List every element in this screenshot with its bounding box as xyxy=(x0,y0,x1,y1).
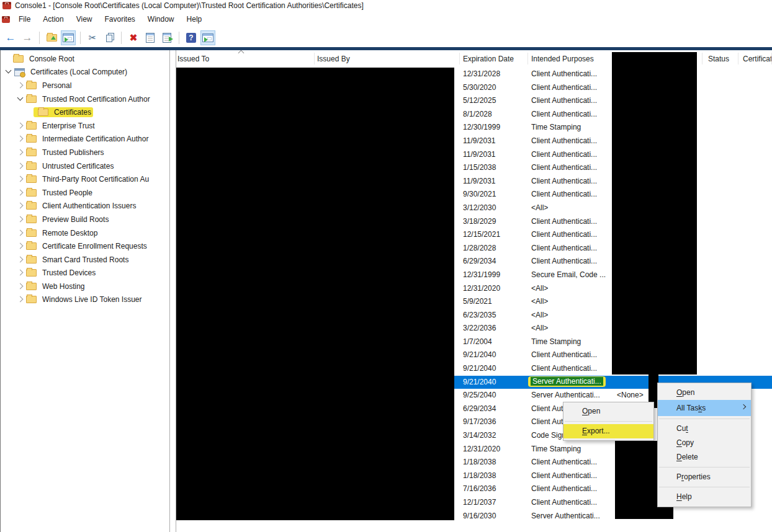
chevron-collapsed-icon[interactable] xyxy=(16,229,25,237)
column-separator[interactable] xyxy=(527,53,528,64)
cell-intended-purposes: Time Stamping xyxy=(531,123,611,131)
tree-item-intermediate-certification-author[interactable]: Intermediate Certification Author xyxy=(1,133,169,146)
column-header-certificate-template[interactable]: Certificat xyxy=(743,55,772,63)
column-header-issued-by[interactable]: Issued By xyxy=(317,55,350,63)
chevron-collapsed-icon[interactable] xyxy=(16,188,25,197)
context-menu-item-copy[interactable]: Copy xyxy=(658,436,751,450)
cell-expiration-date: 3/14/2032 xyxy=(463,431,496,440)
tree-item-web-hosting[interactable]: Web Hosting xyxy=(1,280,169,293)
folder-icon xyxy=(26,135,37,143)
chevron-collapsed-icon[interactable] xyxy=(16,255,25,264)
column-separator[interactable] xyxy=(702,53,702,64)
menu-file[interactable]: File xyxy=(12,12,37,26)
tree-item-label: Intermediate Certification Author xyxy=(40,134,150,144)
context-menu-item-properties[interactable]: Properties xyxy=(658,470,751,484)
chevron-expanded-icon[interactable] xyxy=(16,95,25,104)
menu-window[interactable]: Window xyxy=(141,12,181,26)
tree-item-label: Trusted Publishers xyxy=(40,148,106,157)
menu-action[interactable]: Action xyxy=(37,12,70,26)
tree-item-client-authentication-issuers[interactable]: Client Authentication Issuers xyxy=(1,200,169,213)
context-menu-item-cut[interactable]: Cut xyxy=(658,422,751,436)
chevron-collapsed-icon[interactable] xyxy=(16,215,25,224)
console-tree-pane: Console RootCertificates (Local Computer… xyxy=(1,50,170,532)
tree-item-remote-desktop[interactable]: Remote Desktop xyxy=(1,226,169,240)
export-list-button[interactable] xyxy=(159,30,174,45)
tree-item-certificates-local-computer-[interactable]: Certificates (Local Computer) xyxy=(1,66,169,79)
cell-intended-purposes: Client Authenticati... xyxy=(531,190,611,198)
tree-item-label: Certificates (Local Computer) xyxy=(29,67,129,77)
help-button[interactable]: ? xyxy=(184,30,199,45)
tree-item-enterprise-trust[interactable]: Enterprise Trust xyxy=(1,119,169,133)
column-header-issued-to[interactable]: Issued To xyxy=(177,55,209,63)
column-separator[interactable] xyxy=(738,53,738,64)
delete-button[interactable]: ✖ xyxy=(126,30,141,45)
column-header-intended-purposes[interactable]: Intended Purposes xyxy=(531,55,594,63)
context-menu-item-open[interactable]: Open xyxy=(658,386,751,400)
tree-item-console-root[interactable]: Console Root xyxy=(1,52,169,66)
cell-intended-purposes: Client Authenticati... xyxy=(531,471,611,480)
folder-icon xyxy=(26,162,37,170)
cell-expiration-date: 9/21/2040 xyxy=(463,364,496,373)
menu-favorites[interactable]: Favorites xyxy=(99,12,141,26)
chevron-collapsed-icon[interactable] xyxy=(16,81,25,90)
folder-icon xyxy=(38,109,48,116)
properties-button[interactable] xyxy=(143,30,158,45)
column-separator[interactable] xyxy=(459,53,460,64)
tree-item-trusted-people[interactable]: Trusted People xyxy=(1,186,169,200)
context-menu-item-help[interactable]: Help xyxy=(658,490,751,504)
chevron-collapsed-icon[interactable] xyxy=(16,148,25,157)
toolbar-separator xyxy=(179,32,179,44)
menu-help[interactable]: Help xyxy=(181,12,209,26)
copy-button[interactable] xyxy=(102,30,117,45)
forward-button[interactable]: → xyxy=(20,30,35,45)
tree-item-trusted-devices[interactable]: Trusted Devices xyxy=(1,267,169,280)
up-one-level-button[interactable] xyxy=(44,30,59,45)
cell-intended-purposes: Client Authenticati... xyxy=(531,257,611,265)
redaction-box-issued-columns xyxy=(176,68,454,520)
chevron-collapsed-icon[interactable] xyxy=(16,122,25,130)
tree-item-label: Smart Card Trusted Roots xyxy=(40,255,130,265)
cell-expiration-date: 9/17/2036 xyxy=(463,417,496,426)
cell-expiration-date: 9/21/2040 xyxy=(463,350,496,359)
chevron-collapsed-icon[interactable] xyxy=(16,268,25,277)
redaction-box-friendly-name-column xyxy=(612,52,697,375)
folder-icon xyxy=(26,283,37,290)
submenu-item-export[interactable]: Export... xyxy=(563,424,653,438)
tree-item-third-party-root-certification-au[interactable]: Third-Party Root Certification Au xyxy=(1,172,169,186)
chevron-expanded-icon[interactable] xyxy=(4,68,13,76)
column-separator[interactable] xyxy=(314,53,315,64)
tree-item-preview-build-roots[interactable]: Preview Build Roots xyxy=(1,213,169,226)
tree-item-trusted-root-certification-author[interactable]: Trusted Root Certification Author xyxy=(1,92,169,106)
chevron-collapsed-icon[interactable] xyxy=(16,202,25,210)
chevron-collapsed-icon[interactable] xyxy=(16,295,25,304)
chevron-collapsed-icon[interactable] xyxy=(16,242,25,250)
show-hide-action-pane-button[interactable] xyxy=(200,30,215,45)
tree-item-untrusted-certificates[interactable]: Untrusted Certificates xyxy=(1,159,169,173)
tree-item-certificates[interactable]: Certificates xyxy=(1,105,169,119)
chevron-collapsed-icon[interactable] xyxy=(16,175,25,184)
context-menu-item-all-tasks[interactable]: All Tasks xyxy=(658,400,751,416)
menu-view[interactable]: View xyxy=(70,12,99,26)
tree-item-label: Client Authentication Issuers xyxy=(40,201,138,211)
column-header-expiration-date[interactable]: Expiration Date xyxy=(463,55,514,63)
tree-item-windows-live-id-token-issuer[interactable]: Windows Live ID Token Issuer xyxy=(1,293,169,307)
tree-item-smart-card-trusted-roots[interactable]: Smart Card Trusted Roots xyxy=(1,253,169,267)
submenu-item-open[interactable]: Open xyxy=(563,404,653,419)
cell-intended-purposes: Client Authenticati... xyxy=(531,136,611,145)
toolbar-separator xyxy=(121,32,122,44)
tree-item-trusted-publishers[interactable]: Trusted Publishers xyxy=(1,146,169,159)
tree-item-personal[interactable]: Personal xyxy=(1,79,169,92)
tree-item-label: Personal xyxy=(40,81,73,91)
chevron-collapsed-icon[interactable] xyxy=(16,135,25,143)
chevron-collapsed-icon[interactable] xyxy=(16,162,25,171)
cut-button[interactable]: ✂ xyxy=(85,30,100,45)
back-button[interactable]: ← xyxy=(3,30,18,45)
cell-expiration-date: 12/30/1999 xyxy=(463,123,500,131)
cell-expiration-date: 12/1/2037 xyxy=(463,498,496,507)
show-hide-console-tree-button[interactable] xyxy=(61,30,76,45)
chevron-collapsed-icon[interactable] xyxy=(16,282,25,291)
context-menu-item-delete[interactable]: Delete xyxy=(658,450,751,464)
column-header-status[interactable]: Status xyxy=(708,55,729,63)
tree-item-certificate-enrollment-requests[interactable]: Certificate Enrollment Requests xyxy=(1,239,169,253)
cell-intended-purposes: Client Authenticati... xyxy=(531,244,611,252)
